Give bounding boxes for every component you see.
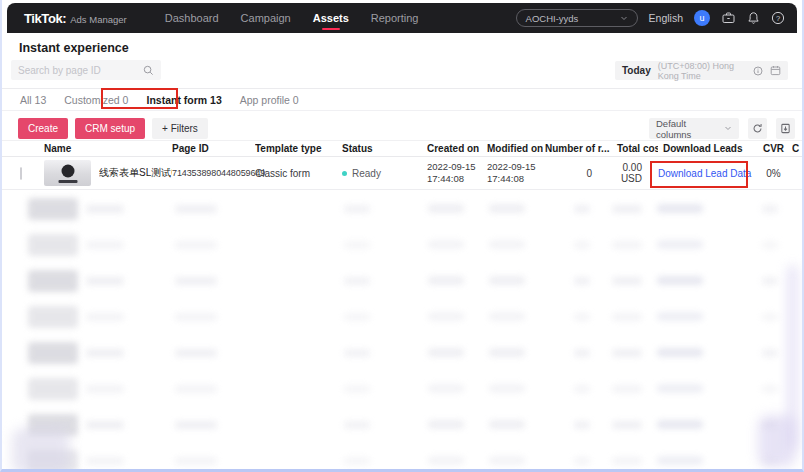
- column-header-total-cost[interactable]: Total cost: [612, 143, 658, 154]
- cell-page-id: 7143538980448059649: [172, 168, 255, 178]
- cell-number-of-results: 0: [545, 168, 612, 179]
- logo-suffix: Ads Manager: [70, 14, 127, 25]
- help-icon[interactable]: ?: [771, 11, 785, 25]
- column-header-created-on[interactable]: Created on: [427, 143, 487, 154]
- date-range-label: Today: [622, 65, 651, 76]
- notification-bell-icon[interactable]: [747, 11, 760, 25]
- page-title: Instant experience: [19, 41, 129, 55]
- cell-cvr: 0%: [755, 168, 792, 179]
- row-checkbox[interactable]: [20, 167, 22, 180]
- table-row: 线索表单SL测试6 7143538980448059649 Classic fo…: [0, 157, 804, 190]
- chevron-down-icon: [724, 123, 732, 134]
- table-toolbar: Create CRM setup + Filters: [18, 118, 208, 139]
- column-header-cvr[interactable]: CVR: [755, 143, 792, 154]
- refresh-button[interactable]: [748, 118, 767, 139]
- blurred-table-row: [2, 407, 802, 443]
- column-header-download-leads[interactable]: Download Leads: [658, 143, 755, 154]
- column-header-modified-on[interactable]: Modified on: [487, 143, 545, 154]
- search-box: [11, 60, 161, 80]
- info-icon: [753, 66, 763, 76]
- logo-text: TikTok:: [24, 11, 66, 26]
- column-header-status[interactable]: Status: [342, 143, 427, 154]
- column-header-name[interactable]: Name: [44, 143, 172, 154]
- blurred-table-row: [2, 299, 802, 335]
- chevron-down-icon: [620, 14, 628, 22]
- columns-selector-label: Default columns: [656, 118, 724, 140]
- asset-tabs: All 13 Customized 0 Instant form 13 App …: [18, 90, 301, 109]
- created-time: 17:44:08: [427, 173, 464, 184]
- nav-item-campaign[interactable]: Campaign: [241, 4, 291, 32]
- create-button[interactable]: Create: [18, 118, 68, 139]
- cell-total-cost: 0.00 USD: [612, 162, 658, 184]
- status-label: Ready: [352, 168, 381, 179]
- table-header-row: Name Page ID Template type Status Create…: [0, 140, 804, 157]
- blurred-table-row: [2, 371, 802, 407]
- search-input[interactable]: [18, 65, 143, 76]
- column-header-page-id[interactable]: Page ID: [172, 143, 255, 154]
- modified-time: 17:44:08: [487, 173, 524, 184]
- blurred-table-row: [2, 263, 802, 299]
- column-header-truncated: C: [792, 143, 804, 154]
- app-screen: TikTok: Ads Manager Dashboard Campaign A…: [0, 0, 804, 472]
- nav-item-reporting[interactable]: Reporting: [371, 4, 419, 32]
- tiktok-logo: TikTok: Ads Manager: [24, 11, 127, 26]
- language-selector[interactable]: English: [649, 12, 683, 24]
- tab-app-profile[interactable]: App profile 0: [238, 94, 301, 106]
- table-right-controls: Default columns: [649, 118, 795, 139]
- created-date: 2022-09-15: [427, 161, 476, 172]
- date-range-picker[interactable]: Today (UTC+08:00) Hong Kong Time: [615, 61, 788, 80]
- tab-instant-form[interactable]: Instant form 13: [144, 94, 223, 106]
- top-navbar: TikTok: Ads Manager Dashboard Campaign A…: [7, 3, 797, 33]
- search-icon[interactable]: [143, 65, 154, 76]
- column-header-number-of-results[interactable]: Number of r...: [545, 143, 612, 154]
- blurred-table-row: [2, 227, 802, 263]
- account-selector[interactable]: AOCHI-yyds: [516, 9, 638, 27]
- crm-setup-button[interactable]: CRM setup: [75, 118, 145, 139]
- form-name[interactable]: 线索表单SL测试6: [99, 166, 172, 180]
- timezone-label: (UTC+08:00) Hong Kong Time: [658, 61, 746, 81]
- avatar[interactable]: u: [694, 10, 710, 26]
- download-lead-data-link[interactable]: Download Lead Data: [658, 168, 751, 179]
- blurred-table-row: [2, 191, 802, 227]
- svg-text:?: ?: [776, 14, 780, 23]
- table-blurred-rows: [2, 191, 802, 469]
- cell-created-on: 2022-09-15 17:44:08: [427, 161, 487, 186]
- blurred-table-row: [2, 443, 802, 469]
- account-name: AOCHI-yyds: [526, 13, 579, 24]
- modified-date: 2022-09-15: [487, 161, 536, 172]
- export-icon: [780, 120, 791, 138]
- form-thumbnail[interactable]: [44, 160, 91, 186]
- nav-item-dashboard[interactable]: Dashboard: [165, 4, 219, 32]
- nav-item-assets[interactable]: Assets: [313, 4, 349, 32]
- cell-template-type: Classic form: [255, 168, 342, 179]
- nav-right-controls: AOCHI-yyds English u ?: [516, 9, 797, 27]
- tabs-divider: [0, 110, 804, 111]
- calendar-icon: [770, 65, 781, 76]
- filters-button[interactable]: + Filters: [152, 118, 208, 139]
- tab-customized[interactable]: Customized 0: [62, 94, 130, 106]
- cell-modified-on: 2022-09-15 17:44:08: [487, 161, 545, 186]
- column-header-template-type[interactable]: Template type: [255, 143, 342, 154]
- header-divider: [0, 88, 804, 89]
- tab-all[interactable]: All 13: [18, 94, 48, 106]
- blurred-table-row: [2, 335, 802, 371]
- refresh-icon: [752, 120, 763, 138]
- nav-menu: Dashboard Campaign Assets Reporting: [165, 4, 419, 32]
- status-ready-dot: [342, 171, 347, 176]
- columns-selector[interactable]: Default columns: [649, 118, 739, 139]
- briefcase-icon[interactable]: [721, 11, 736, 25]
- cell-status: Ready: [342, 168, 427, 179]
- export-button[interactable]: [776, 118, 795, 139]
